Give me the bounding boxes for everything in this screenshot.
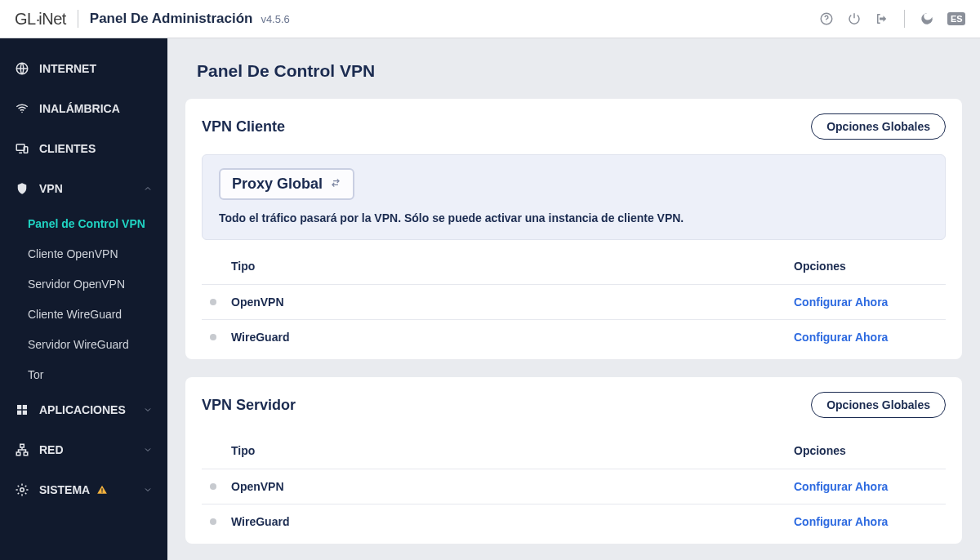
sidebar-item-internet[interactable]: INTERNET [0,48,167,88]
sidebar-item-label: RED [39,443,64,456]
divider [904,10,905,28]
sidebar-subitem-tor[interactable]: Tor [0,359,167,389]
theme-icon[interactable] [920,11,934,26]
page-title: Panel De Control VPN [197,61,962,81]
table-row: WireGuard Configurar Ahora [202,320,946,354]
sidebar-item-wireless[interactable]: INALÁMBRICA [0,88,167,128]
logout-icon[interactable] [875,11,889,26]
svg-rect-6 [17,405,21,409]
svg-rect-5 [24,146,28,153]
svg-rect-9 [23,410,27,414]
table-header: Tipo Opciones [202,248,946,285]
sidebar-subitem-wg-client[interactable]: Cliente WireGuard [0,299,167,329]
table-row: OpenVPN Configurar Ahora [202,469,946,504]
svg-rect-7 [23,405,27,409]
status-indicator [210,518,216,525]
status-indicator [210,299,216,305]
row-type: WireGuard [231,331,794,344]
devices-icon [15,141,29,156]
shield-icon [15,181,29,196]
svg-rect-11 [16,452,20,456]
sidebar-item-apps[interactable]: APLICACIONES [0,389,167,429]
language-badge[interactable]: ES [947,12,965,25]
sidebar-item-system[interactable]: SISTEMA [0,469,167,509]
svg-point-1 [826,21,827,22]
configure-now-link[interactable]: Configurar Ahora [794,480,933,493]
col-header-type: Tipo [231,260,794,273]
sidebar-item-label: VPN [39,182,63,195]
network-icon [15,442,29,457]
proxy-mode-selector[interactable]: Proxy Global [219,168,354,200]
configure-now-link[interactable]: Configurar Ahora [794,331,933,344]
proxy-mode-label: Proxy Global [232,176,323,193]
divider [78,10,78,28]
chevron-up-icon [143,184,153,193]
help-icon[interactable] [819,11,834,26]
admin-panel-title: Panel De Administración [90,11,253,26]
table-header: Tipo Opciones [202,433,946,469]
wifi-icon [15,101,29,116]
sidebar-subitem-vpn-dashboard[interactable]: Panel de Control VPN [0,208,167,238]
sidebar-item-vpn[interactable]: VPN [0,168,167,208]
sidebar-subitem-wg-server[interactable]: Servidor WireGuard [0,329,167,359]
sidebar-item-network[interactable]: RED [0,429,167,469]
configure-now-link[interactable]: Configurar Ahora [794,515,933,528]
svg-point-13 [20,487,24,491]
panel-header: VPN Servidor Opciones Globales [202,392,946,418]
panel-title: VPN Servidor [202,397,296,414]
sidebar-vpn-submenu: Panel de Control VPN Cliente OpenVPN Ser… [0,208,167,389]
proxy-info-box: Proxy Global Todo el tráfico pasará por … [202,154,946,240]
sidebar-item-label: APLICACIONES [39,403,126,416]
admin-title-group: Panel De Administración v4.5.6 [90,11,290,27]
vpn-server-panel: VPN Servidor Opciones Globales Tipo Opci… [185,377,962,544]
table-row: WireGuard Configurar Ahora [202,504,946,539]
brand-suffix: iNet [38,10,66,28]
vpn-client-panel: VPN Cliente Opciones Globales Proxy Glob… [185,99,962,359]
sidebar-item-label: INTERNET [39,62,96,75]
sidebar: INTERNET INALÁMBRICA CLIENTES VPN Panel … [0,38,167,560]
configure-now-link[interactable]: Configurar Ahora [794,296,933,309]
swap-icon [330,176,341,193]
chevron-down-icon [143,405,153,415]
top-bar-right: ES [819,10,965,28]
brand-logo[interactable]: GL·iNet [15,10,66,29]
chevron-down-icon [143,485,153,495]
svg-rect-14 [102,488,103,491]
brand-prefix: GL [15,10,36,28]
version-text: v4.5.6 [261,13,289,25]
row-type: WireGuard [231,515,794,528]
sidebar-item-clients[interactable]: CLIENTES [0,128,167,168]
power-icon[interactable] [847,11,862,26]
sidebar-item-label: SISTEMA [39,483,90,496]
main-content: Panel De Control VPN VPN Cliente Opcione… [167,38,980,560]
gear-icon [15,482,29,497]
col-header-type: Tipo [231,444,794,457]
svg-rect-12 [24,452,28,456]
col-header-options: Opciones [794,260,933,273]
top-bar-left: GL·iNet Panel De Administración v4.5.6 [15,10,290,29]
svg-rect-10 [20,444,24,447]
row-type: OpenVPN [231,296,794,309]
table-row: OpenVPN Configurar Ahora [202,285,946,320]
sidebar-item-label: CLIENTES [39,142,96,155]
chevron-down-icon [143,445,153,455]
panel-title: VPN Cliente [202,118,285,136]
proxy-description: Todo el tráfico pasará por la VPN. Sólo … [219,211,929,224]
svg-rect-8 [17,410,21,414]
top-bar: GL·iNet Panel De Administración v4.5.6 E… [0,0,980,38]
col-header-options: Opciones [794,444,933,457]
sidebar-subitem-openvpn-client[interactable]: Cliente OpenVPN [0,238,167,269]
global-options-button[interactable]: Opciones Globales [811,392,946,418]
panel-header: VPN Cliente Opciones Globales [202,113,946,140]
sidebar-item-label: INALÁMBRICA [39,102,120,115]
sidebar-subitem-openvpn-server[interactable]: Servidor OpenVPN [0,269,167,299]
row-type: OpenVPN [231,480,794,493]
svg-point-3 [21,111,23,113]
warning-icon [96,484,108,496]
status-indicator [210,483,216,490]
globe-icon [15,61,29,76]
status-indicator [210,334,216,340]
apps-icon [15,402,29,417]
svg-rect-15 [102,491,103,492]
global-options-button[interactable]: Opciones Globales [811,113,946,140]
